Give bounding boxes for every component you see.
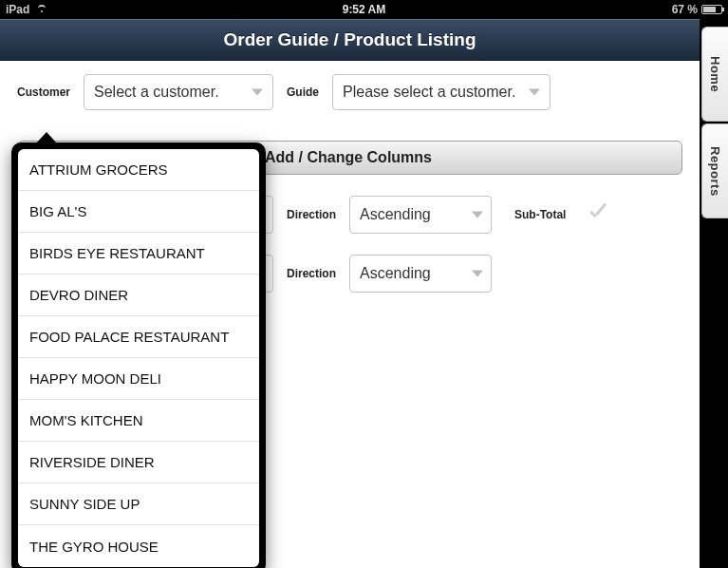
customer-select[interactable]: Select a customer. bbox=[84, 74, 273, 110]
guide-select[interactable]: Please select a customer. bbox=[332, 74, 551, 110]
chevron-down-icon bbox=[252, 89, 263, 96]
subtotal-label: Sub-Total bbox=[514, 208, 566, 221]
chevron-down-icon bbox=[472, 212, 483, 218]
direction-label-2: Direction bbox=[287, 267, 336, 280]
tab-home-label: Home bbox=[708, 56, 722, 92]
direction-select-1-value: Ascending bbox=[360, 206, 431, 223]
direction-label-1: Direction bbox=[287, 208, 336, 221]
customer-option[interactable]: MOM'S KITCHEN bbox=[18, 400, 259, 442]
customer-option[interactable]: BIRDS EYE RESTAURANT bbox=[18, 233, 259, 275]
status-bar: iPad 9:52 AM 67 % bbox=[0, 0, 728, 19]
subtotal-check-icon[interactable] bbox=[587, 203, 609, 226]
customer-popover: ATTRIUM GROCERS BIG AL'S BIRDS EYE RESTA… bbox=[11, 142, 266, 568]
guide-select-value: Please select a customer. bbox=[343, 84, 515, 101]
filter-row: Customer Select a customer. Guide Please… bbox=[0, 61, 700, 127]
guide-label: Guide bbox=[287, 85, 319, 99]
customer-label: Customer bbox=[17, 85, 70, 99]
customer-option[interactable]: HAPPY MOON DELI bbox=[18, 358, 259, 400]
direction-select-2-value: Ascending bbox=[360, 265, 431, 282]
tab-home[interactable]: Home bbox=[701, 27, 728, 122]
customer-option[interactable]: FOOD PALACE RESTAURANT bbox=[18, 316, 259, 358]
customer-option[interactable]: BIG AL'S bbox=[18, 191, 259, 233]
customer-option[interactable]: SUNNY SIDE UP bbox=[18, 483, 259, 525]
page-header: Order Guide / Product Listing bbox=[0, 19, 700, 61]
customer-option[interactable]: DEVRO DINER bbox=[18, 275, 259, 316]
tab-reports-label: Reports bbox=[708, 146, 722, 197]
customer-popover-list: ATTRIUM GROCERS BIG AL'S BIRDS EYE RESTA… bbox=[18, 149, 259, 567]
direction-select-2[interactable]: Ascending bbox=[349, 255, 492, 293]
customer-option[interactable]: ATTRIUM GROCERS bbox=[18, 149, 259, 191]
chevron-down-icon bbox=[472, 271, 483, 277]
customer-select-value: Select a customer. bbox=[94, 84, 219, 101]
clock: 9:52 AM bbox=[0, 3, 728, 16]
page-title: Order Guide / Product Listing bbox=[223, 29, 476, 50]
battery-icon bbox=[701, 5, 722, 14]
popover-arrow-icon bbox=[36, 132, 57, 143]
customer-option[interactable]: RIVERSIDE DINER bbox=[18, 442, 259, 483]
right-tab-column: Home Reports bbox=[700, 19, 728, 568]
customer-option[interactable]: THE GYRO HOUSE bbox=[18, 525, 259, 567]
tab-reports[interactable]: Reports bbox=[701, 123, 728, 218]
chevron-down-icon bbox=[529, 89, 540, 96]
app-body: Order Guide / Product Listing Customer S… bbox=[0, 19, 700, 568]
direction-select-1[interactable]: Ascending bbox=[349, 196, 492, 234]
add-change-columns-label: Add / Change Columns bbox=[265, 149, 432, 166]
